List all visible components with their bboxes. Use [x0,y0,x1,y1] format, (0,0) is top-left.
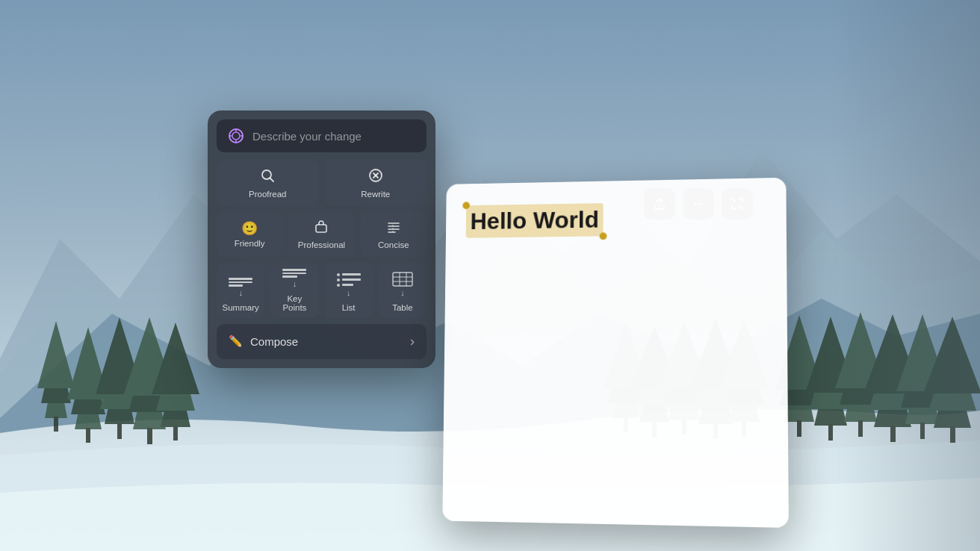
friendly-button[interactable]: 🙂 Friendly [217,212,282,257]
professional-button[interactable]: Professional [288,212,354,257]
compose-pencil-icon: ✏️ [229,334,243,348]
row-tone: 🙂 Friendly Professional [217,212,427,257]
summary-label: Summary [223,303,259,312]
describe-change-bar[interactable]: Describe your change [217,119,427,152]
table-label: Table [392,303,413,312]
svg-rect-4 [54,417,58,432]
key-points-icon: ↓ [275,269,314,288]
svg-rect-20 [173,426,178,441]
ai-panel: Describe your change Proofread Rewrite [208,110,435,368]
document-panel: Hello World [442,178,789,528]
describe-change-placeholder: Describe your change [252,130,416,143]
list-button[interactable]: ↓ List [325,263,373,318]
svg-rect-28 [828,424,833,441]
friendly-icon: 🙂 [241,222,258,235]
svg-line-72 [270,178,274,182]
key-points-label: Key Points [275,294,314,312]
rewrite-button[interactable]: Rewrite [325,160,427,206]
selection-handle-tl [462,202,470,209]
svg-rect-76 [316,225,326,232]
selection-handle-br [600,232,607,240]
svg-rect-16 [147,428,152,444]
summary-icon: ↓ [221,278,260,297]
svg-rect-82 [393,273,412,286]
svg-rect-24 [797,420,801,437]
svg-rect-32 [858,420,863,437]
professional-label: Professional [298,240,345,249]
proofread-icon [259,167,276,186]
svg-rect-12 [117,423,122,439]
document-content: Hello World [446,178,787,260]
list-label: List [342,303,356,312]
friendly-label: Friendly [235,239,265,248]
hello-world-label: Hello World [470,206,598,234]
svg-rect-44 [950,426,955,443]
svg-point-66 [232,132,240,140]
table-icon: ↓ [383,272,422,297]
svg-rect-40 [920,423,925,439]
compose-button[interactable]: ✏️ Compose › [217,324,427,359]
concise-icon [386,220,401,237]
proofread-label: Proofread [249,190,287,199]
table-button[interactable]: ↓ Table [379,263,427,318]
rewrite-label: Rewrite [361,190,390,199]
row-proofread-rewrite: Proofread Rewrite [217,160,427,206]
professional-icon [314,220,329,237]
list-icon: ↓ [329,273,368,297]
rewrite-icon [368,167,384,186]
concise-label: Concise [378,240,409,249]
svg-rect-36 [890,426,896,442]
svg-rect-8 [86,428,90,443]
key-points-button[interactable]: ↓ Key Points [270,263,318,318]
row-transform: ↓ Summary ↓ Key Points [217,263,427,318]
concise-button[interactable]: Concise [361,212,427,257]
ai-sparkle-icon [227,127,245,145]
compose-left: ✏️ Compose [229,334,298,348]
proofread-button[interactable]: Proofread [217,160,319,206]
compose-label: Compose [250,335,298,348]
summary-button[interactable]: ↓ Summary [217,263,264,318]
selected-text: Hello World [466,203,604,238]
compose-chevron-icon: › [410,334,415,349]
